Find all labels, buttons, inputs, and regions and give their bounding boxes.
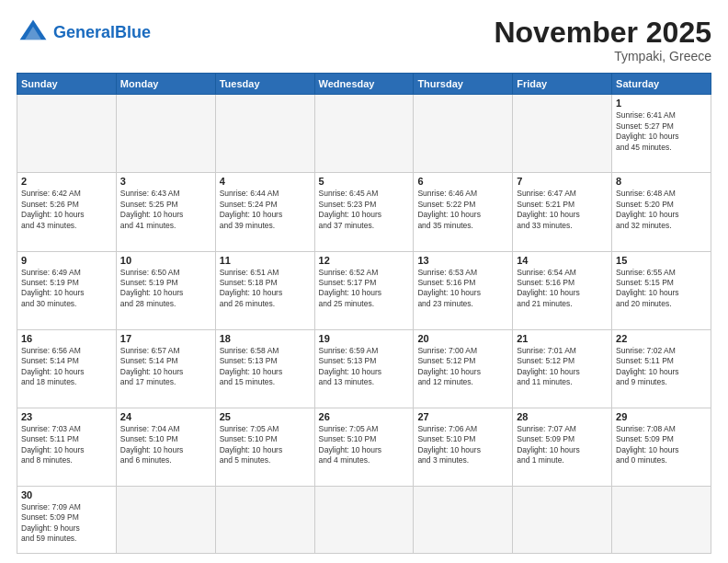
day-number: 8	[616, 176, 707, 187]
day-info: Sunrise: 6:41 AM Sunset: 5:27 PM Dayligh…	[616, 110, 707, 153]
calendar-cell: 14Sunrise: 6:54 AM Sunset: 5:16 PM Dayli…	[513, 251, 612, 329]
month-title: November 2025	[494, 17, 711, 49]
calendar-cell: 13Sunrise: 6:53 AM Sunset: 5:16 PM Dayli…	[414, 251, 513, 329]
day-info: Sunrise: 7:04 AM Sunset: 5:10 PM Dayligh…	[120, 424, 211, 466]
day-info: Sunrise: 7:08 AM Sunset: 5:09 PM Dayligh…	[616, 424, 707, 466]
day-info: Sunrise: 6:45 AM Sunset: 5:23 PM Dayligh…	[319, 189, 410, 231]
day-info: Sunrise: 7:00 AM Sunset: 5:12 PM Dayligh…	[417, 346, 508, 388]
calendar-cell	[116, 486, 215, 553]
day-number: 7	[517, 176, 608, 187]
day-number: 16	[21, 333, 112, 344]
calendar-cell: 5Sunrise: 6:45 AM Sunset: 5:23 PM Daylig…	[314, 173, 414, 251]
calendar-cell: 15Sunrise: 6:55 AM Sunset: 5:15 PM Dayli…	[612, 251, 711, 329]
day-info: Sunrise: 6:43 AM Sunset: 5:25 PM Dayligh…	[120, 189, 211, 231]
day-info: Sunrise: 6:46 AM Sunset: 5:22 PM Dayligh…	[417, 189, 508, 231]
day-number: 21	[517, 333, 608, 344]
day-info: Sunrise: 6:48 AM Sunset: 5:20 PM Dayligh…	[616, 189, 707, 231]
logo-blue: Blue	[115, 23, 151, 41]
calendar-cell	[612, 486, 711, 553]
weekday-tuesday: Tuesday	[215, 74, 314, 95]
day-number: 5	[319, 176, 410, 187]
day-number: 12	[319, 255, 410, 266]
calendar-table: SundayMondayTuesdayWednesdayThursdayFrid…	[17, 73, 711, 554]
day-info: Sunrise: 6:59 AM Sunset: 5:13 PM Dayligh…	[319, 346, 410, 388]
location: Tympaki, Greece	[494, 49, 711, 63]
day-number: 14	[517, 255, 608, 266]
calendar-cell: 26Sunrise: 7:05 AM Sunset: 5:10 PM Dayli…	[314, 408, 414, 486]
calendar-cell: 1Sunrise: 6:41 AM Sunset: 5:27 PM Daylig…	[612, 95, 711, 173]
logo: GeneralBlue	[17, 17, 151, 50]
calendar-week-5: 30Sunrise: 7:09 AM Sunset: 5:09 PM Dayli…	[17, 486, 711, 553]
day-number: 4	[220, 176, 311, 187]
day-number: 26	[319, 411, 410, 422]
calendar-cell: 2Sunrise: 6:42 AM Sunset: 5:26 PM Daylig…	[17, 173, 117, 251]
day-info: Sunrise: 6:51 AM Sunset: 5:18 PM Dayligh…	[220, 268, 311, 310]
calendar-cell	[314, 95, 414, 173]
weekday-saturday: Saturday	[612, 74, 711, 95]
day-info: Sunrise: 7:06 AM Sunset: 5:10 PM Dayligh…	[417, 424, 508, 466]
calendar-cell	[414, 486, 513, 553]
calendar-cell	[215, 486, 314, 553]
day-number: 11	[220, 255, 311, 266]
day-number: 24	[120, 411, 211, 422]
calendar-cell	[17, 95, 117, 173]
calendar-cell	[215, 95, 314, 173]
day-info: Sunrise: 6:50 AM Sunset: 5:19 PM Dayligh…	[120, 268, 211, 310]
weekday-header-row: SundayMondayTuesdayWednesdayThursdayFrid…	[17, 74, 711, 95]
day-number: 22	[616, 333, 707, 344]
calendar-cell: 28Sunrise: 7:07 AM Sunset: 5:09 PM Dayli…	[513, 408, 612, 486]
calendar-cell: 22Sunrise: 7:02 AM Sunset: 5:11 PM Dayli…	[612, 329, 711, 408]
calendar-cell: 29Sunrise: 7:08 AM Sunset: 5:09 PM Dayli…	[612, 408, 711, 486]
calendar-week-0: 1Sunrise: 6:41 AM Sunset: 5:27 PM Daylig…	[17, 95, 711, 173]
calendar-cell: 10Sunrise: 6:50 AM Sunset: 5:19 PM Dayli…	[116, 251, 215, 329]
calendar-week-2: 9Sunrise: 6:49 AM Sunset: 5:19 PM Daylig…	[17, 251, 711, 329]
calendar-cell: 21Sunrise: 7:01 AM Sunset: 5:12 PM Dayli…	[513, 329, 612, 408]
calendar-cell: 18Sunrise: 6:58 AM Sunset: 5:13 PM Dayli…	[215, 329, 314, 408]
calendar-cell: 6Sunrise: 6:46 AM Sunset: 5:22 PM Daylig…	[414, 173, 513, 251]
day-number: 3	[120, 176, 211, 187]
calendar-cell: 20Sunrise: 7:00 AM Sunset: 5:12 PM Dayli…	[414, 329, 513, 408]
calendar-cell	[414, 95, 513, 173]
header: GeneralBlue November 2025 Tympaki, Greec…	[17, 17, 711, 63]
day-number: 23	[21, 411, 112, 422]
calendar-cell: 16Sunrise: 6:56 AM Sunset: 5:14 PM Dayli…	[17, 329, 117, 408]
calendar-cell: 3Sunrise: 6:43 AM Sunset: 5:25 PM Daylig…	[116, 173, 215, 251]
day-info: Sunrise: 6:54 AM Sunset: 5:16 PM Dayligh…	[517, 268, 608, 310]
day-number: 30	[21, 489, 112, 500]
calendar-cell: 30Sunrise: 7:09 AM Sunset: 5:09 PM Dayli…	[17, 486, 117, 553]
calendar-cell: 17Sunrise: 6:57 AM Sunset: 5:14 PM Dayli…	[116, 329, 215, 408]
calendar-cell: 9Sunrise: 6:49 AM Sunset: 5:19 PM Daylig…	[17, 251, 117, 329]
day-number: 27	[417, 411, 508, 422]
day-number: 1	[616, 98, 707, 109]
calendar-cell	[513, 95, 612, 173]
day-info: Sunrise: 6:44 AM Sunset: 5:24 PM Dayligh…	[220, 189, 311, 231]
calendar-week-3: 16Sunrise: 6:56 AM Sunset: 5:14 PM Dayli…	[17, 329, 711, 408]
weekday-thursday: Thursday	[414, 74, 513, 95]
calendar-body: 1Sunrise: 6:41 AM Sunset: 5:27 PM Daylig…	[17, 95, 711, 554]
calendar-cell: 24Sunrise: 7:04 AM Sunset: 5:10 PM Dayli…	[116, 408, 215, 486]
day-number: 25	[220, 411, 311, 422]
day-info: Sunrise: 6:55 AM Sunset: 5:15 PM Dayligh…	[616, 268, 707, 310]
day-number: 2	[21, 176, 112, 187]
calendar-cell: 23Sunrise: 7:03 AM Sunset: 5:11 PM Dayli…	[17, 408, 117, 486]
day-number: 20	[417, 333, 508, 344]
day-info: Sunrise: 7:09 AM Sunset: 5:09 PM Dayligh…	[21, 502, 112, 545]
day-info: Sunrise: 6:57 AM Sunset: 5:14 PM Dayligh…	[120, 346, 211, 388]
logo-icon	[17, 17, 50, 50]
calendar-header: SundayMondayTuesdayWednesdayThursdayFrid…	[17, 74, 711, 95]
day-number: 9	[21, 255, 112, 266]
day-number: 28	[517, 411, 608, 422]
day-info: Sunrise: 7:03 AM Sunset: 5:11 PM Dayligh…	[21, 424, 112, 466]
logo-text: GeneralBlue	[53, 24, 151, 42]
day-number: 15	[616, 255, 707, 266]
calendar-cell: 27Sunrise: 7:06 AM Sunset: 5:10 PM Dayli…	[414, 408, 513, 486]
calendar-week-4: 23Sunrise: 7:03 AM Sunset: 5:11 PM Dayli…	[17, 408, 711, 486]
weekday-sunday: Sunday	[17, 74, 117, 95]
calendar-cell: 25Sunrise: 7:05 AM Sunset: 5:10 PM Dayli…	[215, 408, 314, 486]
calendar-cell	[314, 486, 414, 553]
day-info: Sunrise: 7:05 AM Sunset: 5:10 PM Dayligh…	[220, 424, 311, 466]
day-info: Sunrise: 7:07 AM Sunset: 5:09 PM Dayligh…	[517, 424, 608, 466]
title-block: November 2025 Tympaki, Greece	[494, 17, 711, 63]
day-info: Sunrise: 6:52 AM Sunset: 5:17 PM Dayligh…	[319, 268, 410, 310]
day-info: Sunrise: 7:05 AM Sunset: 5:10 PM Dayligh…	[319, 424, 410, 466]
